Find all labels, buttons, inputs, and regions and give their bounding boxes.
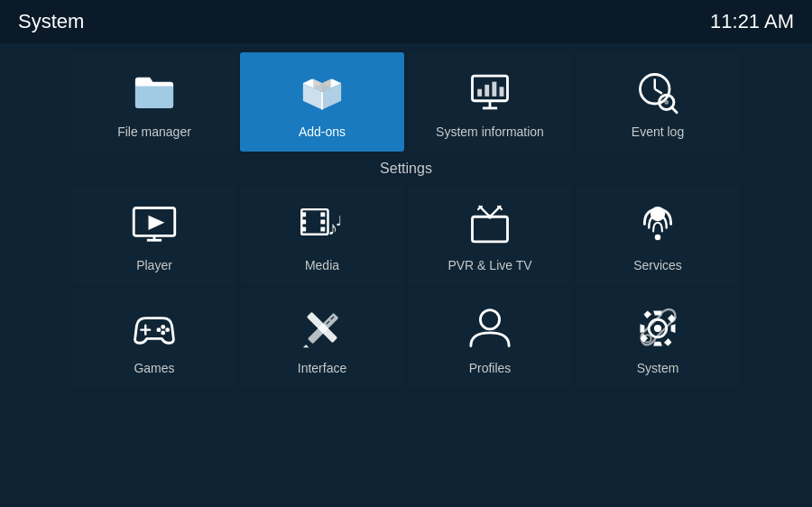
svg-point-37	[161, 330, 165, 335]
folder-icon	[131, 69, 178, 115]
header: System 11:21 AM	[0, 0, 812, 43]
svg-rect-22	[320, 212, 325, 217]
menu-item-add-ons[interactable]: Add-ons	[240, 52, 404, 152]
svg-rect-2	[477, 89, 482, 97]
settings-item-pvr-label: PVR & Live TV	[448, 258, 531, 272]
svg-rect-23	[320, 220, 325, 225]
svg-point-13	[664, 100, 669, 105]
settings-item-interface-label: Interface	[298, 361, 346, 375]
settings-item-games[interactable]: Games	[72, 289, 236, 388]
menu-item-event-log-label: Event log	[632, 124, 684, 139]
settings-item-interface[interactable]: Interface	[240, 289, 404, 388]
svg-rect-5	[500, 87, 504, 97]
settings-item-media-label: Media	[305, 258, 339, 272]
menu-item-file-manager[interactable]: File manager	[72, 52, 236, 152]
svg-text:♩: ♩	[336, 214, 342, 228]
person-icon	[466, 305, 513, 352]
svg-rect-3	[484, 85, 489, 97]
settings-item-system[interactable]: System	[576, 289, 740, 388]
menu-item-file-manager-label: File manager	[117, 124, 191, 139]
svg-line-12	[671, 107, 677, 113]
svg-point-35	[161, 325, 165, 329]
media-notes-icon: ♪ ♩	[299, 202, 346, 249]
svg-point-38	[156, 327, 161, 332]
settings-item-services[interactable]: Services	[576, 186, 740, 285]
svg-marker-15	[149, 216, 165, 230]
svg-marker-40	[303, 345, 309, 347]
settings-item-system-label: System	[637, 361, 679, 375]
settings-item-games-label: Games	[134, 361, 174, 375]
tv-antenna-icon	[466, 202, 513, 249]
main-content: File manager	[0, 43, 812, 406]
svg-point-30	[488, 215, 493, 219]
svg-point-44	[480, 310, 499, 329]
settings-item-player[interactable]: Player	[72, 186, 236, 285]
menu-item-system-information-label: System information	[436, 124, 544, 139]
svg-rect-19	[301, 212, 306, 217]
play-screen-icon	[131, 202, 178, 249]
settings-item-media[interactable]: ♪ ♩ Media	[240, 186, 404, 285]
gamepad-icon	[131, 305, 178, 352]
app-title: System	[18, 10, 84, 33]
clock: 11:21 AM	[710, 10, 794, 33]
svg-line-10	[655, 89, 662, 94]
svg-rect-27	[473, 217, 508, 242]
top-menu-row: File manager	[72, 52, 740, 152]
tools-cross-icon	[299, 305, 346, 352]
menu-item-system-information[interactable]: System information	[408, 52, 572, 152]
settings-item-services-label: Services	[633, 258, 682, 272]
svg-rect-4	[492, 82, 496, 97]
svg-point-32	[655, 235, 661, 241]
svg-rect-21	[301, 227, 306, 232]
svg-point-36	[165, 327, 170, 332]
svg-rect-24	[320, 227, 325, 232]
settings-item-player-label: Player	[136, 258, 172, 272]
monitor-chart-icon	[466, 69, 513, 115]
svg-rect-20	[301, 220, 306, 225]
menu-item-event-log[interactable]: Event log	[576, 52, 740, 152]
gear-tools-icon	[634, 305, 681, 352]
box-icon	[299, 69, 346, 115]
clock-search-icon	[634, 69, 681, 115]
menu-item-add-ons-label: Add-ons	[299, 124, 346, 139]
settings-section-title: Settings	[72, 161, 740, 177]
settings-item-pvr[interactable]: PVR & Live TV	[408, 186, 572, 285]
settings-item-profiles[interactable]: Profiles	[408, 289, 572, 388]
podcast-icon	[634, 202, 681, 249]
settings-grid: Player ♪ ♩ Media	[72, 186, 740, 388]
settings-item-profiles-label: Profiles	[469, 361, 512, 375]
